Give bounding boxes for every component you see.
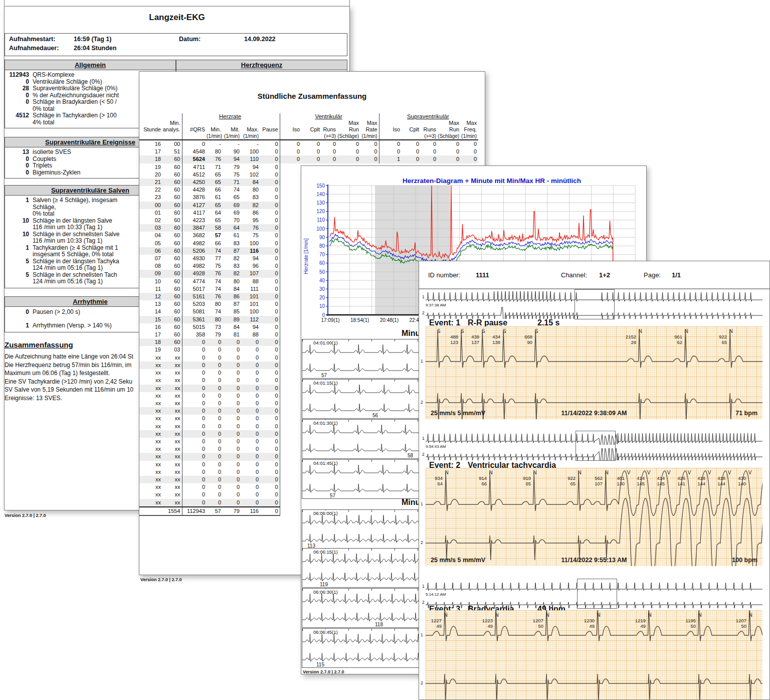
table-cell: 60 [162, 155, 182, 163]
table-cell: 0 [207, 461, 223, 468]
stat-text-line: Couplets [33, 156, 56, 163]
stat-text: QRS-Komplexe [29, 72, 74, 79]
beat-interval: 922 [711, 334, 727, 340]
stat-text: Tachykardien (≥ 4 Schläge mit 1insgesamt… [29, 245, 118, 258]
table-cell: 0 [260, 179, 280, 186]
table-cell: xx [162, 461, 182, 468]
beat-rate: 50 [730, 624, 746, 629]
beat-interval-rate: 430140 [730, 476, 746, 486]
beat-annotation-label: N [443, 470, 451, 475]
table-cell: 13 [139, 300, 162, 308]
table-cell: 60 [162, 300, 182, 308]
table-header-cell [421, 120, 438, 126]
table-cell: 5015 [182, 323, 207, 331]
beat-rate: 145 [629, 481, 645, 487]
table-cell: 80 [241, 186, 260, 194]
table-cell: xx [162, 483, 182, 491]
table-cell: - [223, 140, 241, 148]
beat-annotation-label: V [625, 470, 633, 475]
table-cell: 0 [182, 430, 207, 438]
table-cell: 77 [207, 255, 223, 262]
table-cell: 1 [379, 155, 402, 163]
beat-interval-rate: 92265 [711, 334, 727, 345]
strip-hr-value: 57 [321, 373, 327, 378]
table-header-row: Stundeanalys.#QRSMin.Mit.Max.PauseIsoCpl… [139, 126, 478, 133]
table-header-cell: (1/min) [207, 133, 223, 140]
table-header-cell: Iso [280, 126, 301, 133]
table-cell: 14 [139, 308, 162, 315]
table-cell: 0 [223, 400, 241, 407]
beat-rate: 28 [620, 340, 636, 345]
table-group-label: Ventrikulär [280, 113, 379, 120]
table-cell: 65 [207, 179, 223, 186]
table-header-cell: Rate [360, 126, 379, 133]
table-cell: 0 [207, 362, 223, 369]
stat-text-line: Schläge in Bradykardien (< 50 / [33, 99, 117, 106]
table-header-cell [321, 120, 337, 126]
table-cell: 06 [139, 247, 162, 255]
table-cell: 00 [139, 202, 162, 209]
table-cell: 60 [162, 285, 182, 293]
table-cell: 0 [223, 468, 241, 476]
table-cell: 0 [260, 369, 280, 377]
version-label: Version 2.7.0 | 2.7.0 [5, 513, 46, 518]
table-cell: 0 [223, 346, 241, 354]
table-cell: 0 [241, 415, 260, 422]
stat-text: Pausen (> 2,00 s) [29, 309, 80, 316]
beat-interval-rate: 418144 [709, 476, 725, 486]
table-cell: 85 [223, 308, 241, 315]
table-cell: 0 [402, 148, 421, 155]
beat-rate: 50 [680, 624, 696, 629]
beat-interval: 1227 [426, 618, 442, 624]
table-cell: 60 [162, 202, 182, 209]
table-cell: 101 [241, 293, 260, 300]
stat-text-line: isolierte SVES [33, 149, 71, 156]
event-datetime-label: 11/14/2022 9:55:13 AM [426, 557, 762, 564]
table-cell: 0 [223, 338, 241, 346]
table-cell: 0 [438, 140, 461, 148]
channel-value: 1+2 [599, 271, 610, 279]
table-cell: xx [139, 430, 162, 438]
y-tick-label: 120 [316, 209, 325, 214]
table-cell: 0 [182, 400, 207, 407]
recording-duration-label: Aufnahmedauer: [9, 45, 59, 52]
table-cell: 0 [182, 392, 207, 400]
table-cell: 82 [241, 202, 260, 209]
table-header-cell: Max [337, 120, 360, 126]
table-cell: 74 [207, 308, 223, 315]
stat-text: Schläge in Tachykardien (> 1004% total [29, 112, 117, 126]
beat-interval-rate: 414145 [649, 476, 665, 486]
table-header-cell [402, 133, 421, 140]
table-cell: 0 [260, 308, 280, 315]
table-cell: 0 [182, 461, 207, 468]
table-cell: 4982 [182, 262, 207, 270]
table-cell: 4774 [182, 278, 207, 285]
table-header-cell [182, 120, 207, 126]
table-cell: 18 [139, 155, 162, 163]
table-row: 17514548809010000000000000 [139, 148, 478, 155]
x-tick-label: 17:09(1) [321, 317, 339, 323]
table-cell: xx [162, 407, 182, 415]
table-cell: 0 [260, 140, 280, 148]
table-cell: 23 [139, 194, 162, 201]
table-cell: xx [139, 476, 162, 483]
table-cell: 79 [207, 331, 223, 338]
event-bpm-label: 71 bpm [735, 410, 757, 417]
table-cell: 66 [207, 240, 223, 247]
table-cell: 0 [182, 445, 207, 453]
table-cell: 4928 [182, 270, 207, 277]
page-number-label: Page: [644, 271, 661, 279]
y-tick-label: 130 [316, 200, 325, 206]
beat-interval-rate: 91865 [515, 476, 531, 486]
beat-annotation-label: N [603, 470, 611, 475]
table-cell: 0 [223, 491, 241, 498]
x-tick-label: 20:48(1) [380, 317, 399, 323]
table-header-cell: (1/min) [241, 133, 260, 140]
table-cell: 89 [223, 316, 241, 323]
table-cell: 0 [260, 362, 280, 369]
table-cell: 3682 [182, 232, 207, 239]
table-cell: 86 [241, 209, 260, 217]
table-cell: 51 [162, 148, 182, 155]
table-header-cell: (1/min) [360, 133, 379, 140]
table-cell: 0 [241, 338, 260, 346]
